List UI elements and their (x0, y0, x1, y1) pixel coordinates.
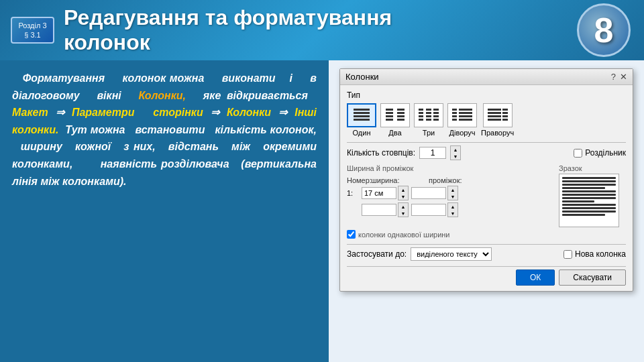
width-row: Ширина й проміжок (347, 164, 553, 174)
col-type-three[interactable]: Три (414, 103, 443, 137)
col-type-label-left: Діворуч (449, 129, 476, 137)
col-type-box-left[interactable] (447, 103, 477, 127)
width-spinner[interactable]: ▲ ▼ (398, 186, 409, 200)
sample-preview (559, 174, 619, 227)
page-title: Редагування та форматування колонок (64, 5, 392, 55)
gap-spinner2[interactable]: ▲ ▼ (447, 202, 458, 217)
gap-input2[interactable] (411, 204, 446, 216)
sample-line (562, 194, 616, 196)
section-badge: Розділ 3 § 3.1 (11, 17, 54, 44)
sample-section: Зразок (559, 164, 626, 227)
dialog-controls: ? ✕ (611, 72, 627, 82)
col-type-box-two[interactable] (380, 103, 410, 127)
cancel-button[interactable]: Скасувати (559, 269, 626, 286)
apply-select[interactable]: виділеного тексту (411, 247, 492, 261)
count-up[interactable]: ▲ (451, 146, 460, 153)
dialog-titlebar: Колонки ? ✕ (340, 69, 633, 85)
svg-rect-21 (433, 112, 439, 114)
gap-up2[interactable]: ▲ (448, 203, 458, 210)
separator-check: Роздільник (574, 148, 626, 158)
type-label: Тип (347, 90, 626, 100)
col-type-two[interactable]: Два (380, 103, 410, 137)
svg-rect-4 (386, 109, 393, 111)
right-panel: Колонки ? ✕ Тип (329, 60, 644, 362)
width-up[interactable]: ▲ (398, 186, 408, 193)
svg-rect-7 (386, 119, 393, 121)
sample-line (562, 184, 616, 186)
width-down[interactable]: ▼ (398, 193, 408, 200)
svg-rect-19 (426, 119, 431, 121)
separator-label: Роздільник (585, 148, 626, 158)
col-headers: Номер: ширина: проміжок: (347, 176, 553, 184)
sample-line (562, 187, 605, 189)
width-input2[interactable] (362, 204, 396, 216)
row-num: 1: (347, 189, 359, 197)
sample-line (562, 200, 594, 202)
col-type-box-three[interactable] (414, 103, 443, 127)
slide-number: 8 (577, 3, 631, 57)
col-type-box-one[interactable] (347, 103, 376, 127)
col-type-label-two: Два (388, 129, 401, 137)
svg-rect-32 (488, 109, 501, 111)
svg-rect-18 (426, 115, 431, 117)
svg-rect-24 (452, 109, 457, 111)
equal-width-checkbox[interactable] (347, 230, 356, 239)
highlight-kolonky2: Колонки (227, 107, 271, 118)
width-label: Ширина й проміжок (347, 164, 553, 172)
apply-row: Застосувати до: виділеного тексту Нова к… (347, 247, 626, 261)
svg-rect-17 (426, 112, 431, 114)
width-up2[interactable]: ▲ (398, 203, 408, 210)
svg-rect-0 (354, 109, 370, 111)
svg-rect-15 (419, 119, 423, 121)
width-down2[interactable]: ▼ (398, 210, 408, 217)
dialog-title: Колонки (345, 72, 379, 82)
svg-rect-12 (419, 109, 423, 111)
help-button[interactable]: ? (611, 72, 616, 82)
gap-spinner[interactable]: ▲ ▼ (447, 186, 458, 200)
badge-section: Розділ 3 (17, 21, 48, 30)
count-spinner[interactable]: ▲ ▼ (450, 145, 461, 160)
gap-down[interactable]: ▼ (448, 193, 458, 200)
count-row: Кількість стовпців: ▲ ▼ Роздільник (347, 145, 626, 160)
col-type-right[interactable]: Праворуч (481, 103, 514, 137)
left-text: Форматування колонок можна виконати і в … (12, 70, 317, 190)
svg-rect-16 (426, 109, 431, 111)
width-spinner2[interactable]: ▲ ▼ (398, 202, 409, 217)
separator-checkbox[interactable] (574, 149, 582, 158)
svg-rect-20 (433, 109, 439, 111)
svg-rect-33 (488, 112, 501, 114)
ok-button[interactable]: ОК (516, 269, 555, 286)
width-input[interactable] (362, 187, 396, 199)
svg-rect-39 (502, 119, 508, 121)
gap-up[interactable]: ▲ (448, 186, 458, 193)
gap-input[interactable] (411, 187, 446, 199)
highlight-kolonky: Колонки, (139, 90, 186, 101)
count-down[interactable]: ▼ (451, 153, 460, 160)
count-input[interactable] (419, 147, 446, 159)
gap-input-group: ▲ ▼ (411, 186, 458, 200)
width-input-group: ▲ ▼ (362, 186, 409, 200)
svg-rect-3 (354, 119, 370, 121)
column-type-row: Один (347, 103, 626, 137)
svg-rect-9 (397, 112, 405, 114)
width-section: Ширина й проміжок Номер: ширина: проміжо… (347, 164, 553, 227)
width-col: Ширина й проміжок (347, 164, 553, 174)
col-type-one[interactable]: Один (347, 103, 376, 137)
col-type-left[interactable]: Діворуч (447, 103, 477, 137)
close-button[interactable]: ✕ (620, 72, 627, 82)
dim-row: 1: ▲ ▼ ▲ (347, 186, 553, 200)
sample-label: Зразок (559, 164, 626, 172)
svg-rect-22 (433, 115, 439, 117)
columns-dialog: Колонки ? ✕ Тип (339, 68, 633, 292)
svg-rect-27 (452, 119, 457, 121)
apply-label: Застосувати до: (347, 249, 407, 259)
dim-row2: ▲ ▼ ▲ ▼ (347, 202, 553, 217)
svg-rect-29 (459, 112, 472, 114)
gap-down2[interactable]: ▼ (448, 210, 458, 217)
col-type-box-right[interactable] (483, 103, 513, 127)
new-col-checkbox[interactable] (564, 250, 572, 259)
svg-rect-5 (386, 112, 393, 114)
svg-rect-8 (397, 109, 405, 111)
sample-line (562, 210, 616, 213)
sample-line (562, 207, 616, 209)
